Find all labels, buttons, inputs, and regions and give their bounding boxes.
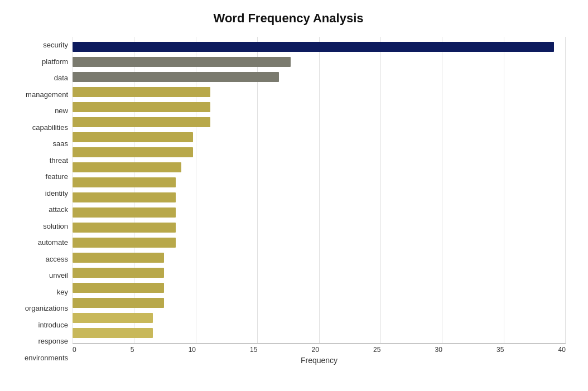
y-label: saas xyxy=(53,140,68,147)
y-label: platform xyxy=(42,58,68,65)
bar xyxy=(73,268,164,278)
chart-title: Word Frequency Analysis xyxy=(11,11,566,26)
y-label: response xyxy=(38,337,68,345)
x-tick: 10 xyxy=(189,346,196,354)
x-tick: 40 xyxy=(558,346,566,354)
y-label: automate xyxy=(38,239,68,246)
y-label: security xyxy=(43,41,68,49)
bar xyxy=(73,298,164,308)
y-label: identity xyxy=(45,190,68,197)
y-label: capabilities xyxy=(32,124,68,131)
bar xyxy=(73,42,554,52)
bar xyxy=(73,328,153,338)
x-tick: 30 xyxy=(435,346,442,354)
bar xyxy=(73,132,193,142)
x-tick: 0 xyxy=(73,346,76,354)
y-label: management xyxy=(26,91,68,98)
bar-row xyxy=(73,86,566,98)
bar xyxy=(73,238,176,248)
bar-row xyxy=(73,312,566,324)
bar-row xyxy=(73,71,566,83)
bar-row xyxy=(73,297,566,308)
bar xyxy=(73,117,210,127)
x-ticks: 0510152025303540 xyxy=(73,344,566,354)
x-tick: 35 xyxy=(497,346,504,354)
y-label: attack xyxy=(49,206,68,213)
bar xyxy=(73,192,176,202)
bar xyxy=(73,102,210,112)
y-label: unveil xyxy=(49,272,68,279)
bars-wrapper xyxy=(73,37,566,343)
x-label-row: Frequency xyxy=(73,356,566,365)
bar-row xyxy=(73,282,566,293)
bar xyxy=(73,283,164,293)
x-axis: 0510152025303540 Frequency xyxy=(73,344,566,366)
bar-row xyxy=(73,267,566,278)
bar-row xyxy=(73,237,566,248)
bars-and-x: 0510152025303540 Frequency xyxy=(73,37,566,366)
bar-row xyxy=(73,117,566,128)
bar xyxy=(73,87,210,97)
y-label: threat xyxy=(50,157,68,164)
bar-row xyxy=(73,327,566,339)
chart-area: securityplatformdatamanagementnewcapabil… xyxy=(11,37,566,366)
y-label: introduce xyxy=(38,321,68,329)
bar xyxy=(73,57,291,67)
y-label: solution xyxy=(43,223,68,230)
bar-row xyxy=(73,102,566,113)
x-axis-label: Frequency xyxy=(301,356,338,365)
bar-row xyxy=(73,192,566,203)
bar xyxy=(73,72,279,82)
x-tick: 25 xyxy=(373,346,380,354)
bar xyxy=(73,313,153,323)
x-tick: 20 xyxy=(312,346,319,354)
y-label: organizations xyxy=(25,305,68,312)
bar xyxy=(73,223,176,233)
y-label: environments xyxy=(25,354,68,361)
bar xyxy=(73,177,176,187)
bar-row xyxy=(73,207,566,218)
bar xyxy=(73,253,164,263)
y-label: data xyxy=(54,74,68,81)
x-tick: 15 xyxy=(250,346,257,354)
y-label: key xyxy=(57,288,68,296)
bar-row xyxy=(73,56,566,67)
y-label: access xyxy=(46,255,68,263)
chart-container: Word Frequency Analysis securityplatform… xyxy=(0,0,588,391)
y-axis: securityplatformdatamanagementnewcapabil… xyxy=(11,37,73,366)
bars-area xyxy=(73,37,566,343)
x-tick: 5 xyxy=(131,346,134,354)
bar-row xyxy=(73,162,566,173)
y-label: new xyxy=(55,107,68,114)
bar-row xyxy=(73,132,566,143)
bar-row xyxy=(73,147,566,158)
y-label: feature xyxy=(46,173,68,180)
bar-row xyxy=(73,252,566,263)
bar xyxy=(73,207,176,218)
bar xyxy=(73,147,193,157)
bar-row xyxy=(73,177,566,188)
bar-row xyxy=(73,222,566,233)
bar-row xyxy=(73,41,566,52)
bar xyxy=(73,162,181,172)
